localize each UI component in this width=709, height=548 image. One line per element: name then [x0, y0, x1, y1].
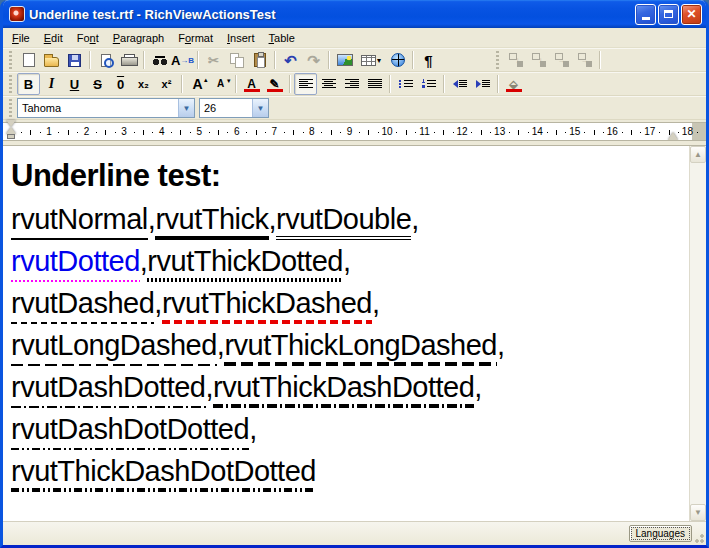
globe-icon [391, 53, 405, 67]
left-indent-marker[interactable] [7, 134, 15, 139]
editor-area[interactable]: Underline test: rvutNormal, rvutThick, r… [3, 145, 706, 521]
first-line-indent-marker[interactable] [6, 120, 16, 127]
menu-font[interactable]: Font [70, 30, 106, 46]
shrink-font-icon: A▾ [212, 76, 230, 92]
plain-text: , [474, 370, 482, 408]
menu-edit[interactable]: Edit [37, 30, 70, 46]
increase-indent-button[interactable] [471, 73, 494, 95]
highlight-button[interactable]: ✎ [263, 73, 286, 95]
document-line: rvutLongDashed, rvutThickLongDashed, [11, 324, 676, 366]
underline-button[interactable]: U [63, 73, 86, 95]
font-name-combobox[interactable]: Tahoma ▼ [17, 98, 195, 118]
underline-sample-thickdashdotdotted: rvutThickDashDotDotted [11, 454, 316, 492]
ruler-number: 17 [644, 126, 655, 137]
bullets-button[interactable] [394, 73, 417, 95]
align-left-button[interactable] [294, 73, 317, 95]
show-formatting-marks-button[interactable]: ¶ [417, 49, 440, 71]
plain-text: , [217, 328, 225, 366]
plain-text: , [154, 286, 162, 324]
find-button[interactable] [148, 49, 171, 71]
ruler-dot [528, 132, 529, 133]
bulleted-list-icon [399, 79, 413, 89]
undo-arrow-icon: ↶ [282, 52, 300, 68]
ruler-dot [659, 132, 660, 133]
hanging-indent-marker[interactable] [6, 127, 16, 134]
justify-icon [368, 79, 382, 89]
title-bar[interactable]: Underline test.rtf - RichViewActionsTest… [3, 0, 706, 28]
save-button[interactable] [63, 49, 86, 71]
align-center-button[interactable] [317, 73, 340, 95]
toolbar-gripper[interactable] [494, 51, 502, 69]
replace-button[interactable]: A→B [171, 49, 194, 71]
justify-button[interactable] [363, 73, 386, 95]
shrink-font-button[interactable]: A▾ [209, 73, 232, 95]
toolbar-separator [181, 75, 183, 93]
numbering-button[interactable] [417, 73, 440, 95]
menu-table[interactable]: Table [262, 30, 302, 46]
fill-color-button[interactable]: ⬙ [502, 73, 525, 95]
undo-button[interactable]: ↶ [279, 49, 302, 71]
ruler: 123456789101112131415161718 [3, 122, 706, 141]
ruler-number: 7 [272, 126, 278, 137]
scroll-up-button[interactable]: ▲ [690, 146, 706, 163]
minimize-button[interactable] [635, 4, 656, 25]
align-right-button[interactable] [340, 73, 363, 95]
decrease-indent-button[interactable] [448, 73, 471, 95]
hyperlink-button[interactable] [386, 49, 409, 71]
italic-button[interactable]: I [40, 73, 63, 95]
scroll-down-button[interactable]: ▼ [690, 504, 706, 521]
ruler-number: 14 [532, 126, 543, 137]
menu-file[interactable]: File [5, 30, 37, 46]
font-color-button[interactable]: A [240, 73, 263, 95]
chevron-down-icon[interactable]: ▼ [252, 99, 268, 117]
plain-text: , [249, 412, 257, 450]
table-to-text-button: → [573, 49, 596, 71]
print-button[interactable] [117, 49, 140, 71]
document-line: rvutThickDashDotDotted [11, 450, 676, 492]
underline-sample-thicklongdashed: rvutThickLongDashed [224, 328, 497, 366]
toolbar-gripper[interactable] [7, 51, 15, 69]
ruler-dot [490, 132, 491, 133]
toolbar-separator [497, 75, 499, 93]
underline-sample-dashdotdotted: rvutDashDotDotted [11, 412, 249, 450]
languages-button[interactable]: Languages [629, 525, 693, 542]
ruler-dot [284, 132, 285, 133]
insert-table-button[interactable]: ▾ [356, 49, 386, 71]
bold-button[interactable]: B [17, 73, 40, 95]
subscript-button[interactable]: x₂ [132, 73, 155, 95]
grow-font-button[interactable]: A▴ [186, 73, 209, 95]
ruler-dot [303, 132, 304, 133]
insert-picture-button[interactable] [333, 49, 356, 71]
maximize-button[interactable] [658, 4, 679, 25]
open-button[interactable] [40, 49, 63, 71]
toolbar-separator [328, 51, 330, 69]
ruler-dot [396, 132, 397, 133]
ruler-dot [565, 132, 566, 133]
print-preview-button[interactable] [94, 49, 117, 71]
superscript-button[interactable]: x² [155, 73, 178, 95]
ruler-number: 3 [121, 126, 127, 137]
close-icon: ✕ [686, 7, 696, 21]
toolbar-separator [235, 75, 237, 93]
paste-button[interactable] [248, 49, 271, 71]
menu-format[interactable]: Format [171, 30, 220, 46]
ruler-dot [77, 132, 78, 133]
vertical-scrollbar[interactable]: ▲ ▼ [689, 146, 706, 521]
chevron-down-icon[interactable]: ▼ [178, 99, 194, 117]
ruler-number: 5 [196, 126, 202, 137]
insert-object-icon: ↓ [531, 53, 547, 67]
toolbar-gripper[interactable] [7, 99, 15, 117]
ruler-tick [669, 130, 670, 135]
strikethrough-button[interactable]: S [86, 73, 109, 95]
new-document-button[interactable] [17, 49, 40, 71]
menu-paragraph[interactable]: Paragraph [106, 30, 171, 46]
toolbar-gripper[interactable] [7, 75, 15, 93]
resize-grip[interactable] [693, 532, 705, 544]
redo-arrow-icon: ↷ [305, 52, 323, 68]
font-size-combobox[interactable]: 26 ▼ [199, 98, 269, 118]
ruler-dot [246, 132, 247, 133]
close-button[interactable]: ✕ [681, 4, 702, 25]
titlebar-buttons: ✕ [635, 4, 702, 25]
overline-button[interactable]: 0 [109, 73, 132, 95]
menu-insert[interactable]: Insert [220, 30, 262, 46]
